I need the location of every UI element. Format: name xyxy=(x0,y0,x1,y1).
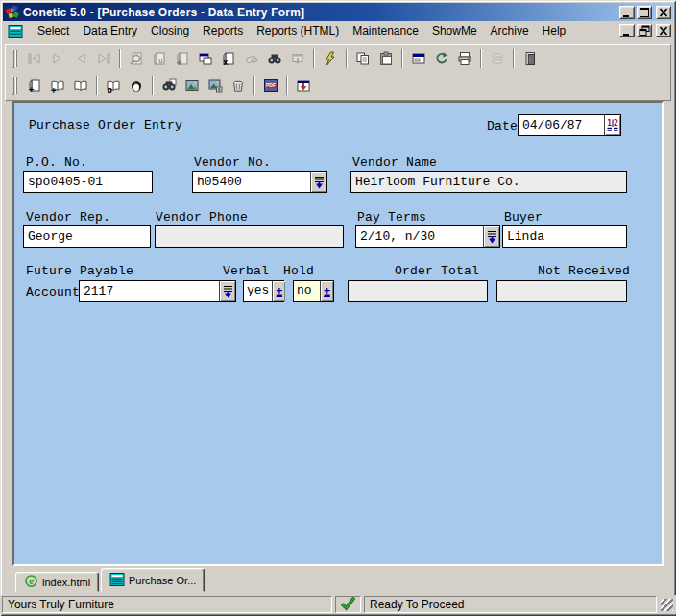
print-button[interactable] xyxy=(453,48,476,70)
pay-terms-lookup-button[interactable] xyxy=(483,226,499,247)
refresh-icon xyxy=(434,51,449,66)
go-last-icon xyxy=(96,51,111,66)
toolbar-separator xyxy=(480,49,482,68)
maximize-button[interactable] xyxy=(637,6,652,19)
open-book-print-button[interactable]: p xyxy=(102,74,125,96)
duplicate-record-button[interactable] xyxy=(194,48,217,70)
title-bar[interactable]: Conetic 5.0 - [Purchase Orders - Data En… xyxy=(3,3,673,21)
add-record-button: + xyxy=(171,48,194,70)
vendor-name-field xyxy=(350,171,627,193)
svg-text:s: s xyxy=(218,86,221,92)
form-menu-icon[interactable] xyxy=(8,24,23,38)
account-input[interactable] xyxy=(80,281,219,301)
menu-item-archive[interactable]: Archive xyxy=(484,22,536,39)
data-export-button[interactable] xyxy=(292,74,315,96)
lookup-list-icon xyxy=(313,175,326,190)
image-view-button[interactable] xyxy=(181,74,204,96)
date-label: Date xyxy=(487,119,518,133)
print-icon xyxy=(457,51,472,66)
window-title: Conetic 5.0 - [Purchase Orders - Data En… xyxy=(23,6,619,19)
verbal-spinner-button[interactable]: ± xyxy=(272,281,285,301)
menu-item-closing[interactable]: Closing xyxy=(144,22,196,39)
verbal-label: Verbal xyxy=(223,264,269,278)
image-view-icon xyxy=(184,78,200,93)
menu-items: SelectData EntryClosingReportsReports (H… xyxy=(31,22,619,39)
date-field-group: 12 xyxy=(518,114,621,136)
image-save-button[interactable]: s xyxy=(204,74,227,96)
hold-spinner-button[interactable]: ± xyxy=(320,281,333,301)
find-record-button xyxy=(125,48,148,70)
penguin-button[interactable] xyxy=(125,74,148,96)
pay-terms-input[interactable] xyxy=(356,226,483,247)
verbal-value[interactable]: yes xyxy=(244,281,272,301)
date-picker-button[interactable]: 12 xyxy=(604,115,620,135)
svg-text:PDF: PDF xyxy=(266,82,276,87)
buyer-input[interactable] xyxy=(502,225,627,248)
penguin-icon xyxy=(129,78,144,93)
exit-door-icon xyxy=(522,51,538,66)
menu-item-showme[interactable]: ShowMe xyxy=(425,22,484,39)
go-last-button xyxy=(92,48,115,70)
vendor-phone-label: Vendor Phone xyxy=(156,210,248,225)
copy-button[interactable] xyxy=(351,48,374,70)
duplicate-record-icon xyxy=(198,51,213,66)
menu-item-maintenance[interactable]: Maintenance xyxy=(346,22,425,39)
tab-index-html[interactable]: eindex.html xyxy=(15,572,99,592)
pdf-button[interactable]: PDF xyxy=(259,74,282,96)
paste-button[interactable] xyxy=(374,48,398,70)
vendor-no-lookup-button[interactable] xyxy=(310,172,326,192)
toolbar-grip[interactable] xyxy=(12,76,14,95)
binoculars-button[interactable] xyxy=(263,48,286,70)
menu-item-help[interactable]: Help xyxy=(536,22,573,39)
find-form-button[interactable] xyxy=(157,74,181,96)
update-record-icon: u xyxy=(152,51,167,66)
menu-item-select[interactable]: Select xyxy=(31,22,76,39)
vendor-rep-input[interactable] xyxy=(23,225,151,248)
go-next-icon xyxy=(50,51,65,66)
go-first-icon xyxy=(27,51,42,66)
vendor-no-input[interactable] xyxy=(193,172,310,192)
not-received-label: Not Received xyxy=(538,264,630,278)
exit-door-button[interactable] xyxy=(519,48,542,70)
toolbar-row-2: ++psPDF xyxy=(6,72,670,98)
po-no-input[interactable] xyxy=(23,171,153,193)
hold-value[interactable]: no xyxy=(294,281,320,301)
tab-label: Purchase Or... xyxy=(129,575,196,586)
toolbar-grip[interactable] xyxy=(12,49,14,68)
menu-item-reports[interactable]: Reports xyxy=(196,22,250,39)
order-total-field xyxy=(348,280,488,302)
mdi-minimize-button[interactable] xyxy=(619,24,635,37)
new-notebook-button[interactable]: + xyxy=(23,74,46,96)
close-button[interactable] xyxy=(656,6,671,19)
account-lookup-button[interactable] xyxy=(219,281,235,301)
data-export-icon xyxy=(296,78,311,93)
mdi-restore-button[interactable] xyxy=(637,24,652,37)
not-received-field xyxy=(496,280,627,302)
refresh-button[interactable] xyxy=(430,48,453,70)
hold-label: Hold xyxy=(283,264,314,278)
ie-e-icon: e xyxy=(24,574,38,590)
status-bar: Yours Truly Furniture Ready To Proceed xyxy=(0,595,676,614)
minimize-button[interactable] xyxy=(619,6,635,19)
lookup-list-icon xyxy=(222,284,234,299)
find-record-icon xyxy=(129,51,144,66)
open-book-add-button[interactable]: + xyxy=(46,74,69,96)
mdi-close-button[interactable] xyxy=(656,24,671,37)
date-input[interactable] xyxy=(519,115,604,135)
pin-form-icon xyxy=(290,51,305,66)
trash-button[interactable] xyxy=(227,74,250,96)
menu-item-reports-html[interactable]: Reports (HTML) xyxy=(250,22,346,39)
vendor-phone-field xyxy=(155,225,344,248)
open-book-button[interactable] xyxy=(69,74,92,96)
menu-item-data-entry[interactable]: Data Entry xyxy=(76,22,144,39)
copy-icon xyxy=(355,51,371,66)
app-window: Conetic 5.0 - [Purchase Orders - Data En… xyxy=(0,0,676,616)
toolbar-separator xyxy=(401,49,403,68)
tab-purchase-or[interactable]: Purchase Or... xyxy=(101,568,205,592)
po-no-label: P.O. No. xyxy=(26,155,87,170)
delete-record-button[interactable]: x xyxy=(217,48,240,70)
pdf-icon: PDF xyxy=(263,78,278,93)
resize-grip[interactable] xyxy=(661,599,673,611)
window-view-button[interactable] xyxy=(407,48,430,70)
lightning-button[interactable] xyxy=(319,48,342,70)
